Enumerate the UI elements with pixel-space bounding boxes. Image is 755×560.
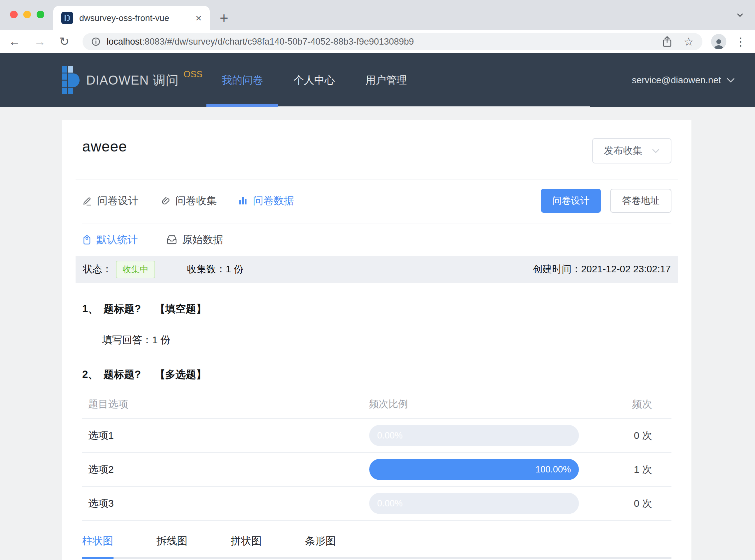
survey-title: aweee — [82, 138, 127, 155]
tab-close-icon[interactable]: × — [196, 12, 202, 24]
brand-logo[interactable]: DIAOWEN 调问 OSS — [62, 53, 206, 107]
tab-search-chevron-icon[interactable] — [734, 10, 746, 20]
tab-label: 问卷设计 — [97, 194, 139, 208]
chart-tab-hbar[interactable]: 条形图 — [305, 534, 336, 548]
header-count: 频次 — [579, 398, 671, 411]
window-controls — [10, 11, 44, 18]
window-close-button[interactable] — [10, 11, 18, 18]
progress-bar: 100.00% — [369, 459, 579, 480]
page-background: aweee 发布收集 问卷设计 问卷收集 — [0, 107, 755, 560]
window-zoom-button[interactable] — [37, 11, 44, 18]
tab-title: dwsurvey-oss-front-vue — [79, 13, 191, 23]
tab-survey-collect[interactable]: 问卷收集 — [160, 194, 217, 208]
data-subtabs: 默认统计 原始数据 — [82, 223, 671, 256]
action-buttons: 问卷设计 答卷地址 — [541, 189, 671, 213]
progress-bar: 0.00% — [369, 493, 579, 514]
menu-item-personal-center[interactable]: 个人中心 — [278, 53, 350, 107]
question-title: 题标题? — [104, 303, 141, 315]
menu-item-user-management[interactable]: 用户管理 — [350, 53, 422, 107]
favicon-icon — [61, 12, 73, 24]
tab-label: 问卷数据 — [253, 194, 294, 208]
window-minimize-button[interactable] — [23, 11, 31, 18]
brand-name: DIAOWEN 调问 — [86, 72, 179, 89]
bookmark-star-icon[interactable]: ☆ — [684, 36, 694, 47]
person-icon — [713, 38, 725, 49]
account-dropdown[interactable]: service@diaowen.net — [632, 53, 735, 107]
subtab-default-stats[interactable]: 默认统计 — [82, 233, 138, 247]
address-bar[interactable]: localhost:8083/#/dw/survey/d/chart/c98fa… — [83, 33, 702, 50]
browser-menu-icon[interactable]: ⋮ — [735, 36, 746, 47]
collect-count-value: 1 份 — [226, 264, 243, 274]
answer-label: 填写回答： — [102, 334, 152, 345]
chart-tabs-active-indicator — [82, 557, 114, 559]
chart-tab-line[interactable]: 拆线图 — [157, 534, 187, 548]
question-2-heading: 2、题标题?【多选题】 — [82, 367, 671, 382]
publish-select-value: 发布收集 — [604, 144, 642, 158]
survey-card: aweee 发布收集 问卷设计 问卷收集 — [62, 120, 691, 560]
design-button[interactable]: 问卷设计 — [541, 189, 601, 213]
option-label: 选项3 — [82, 497, 369, 511]
app-navbar: DIAOWEN 调问 OSS 我的问卷 个人中心 用户管理 service@di… — [0, 53, 755, 107]
chart-type-tabs: 柱状图 拆线图 拼状图 条形图 — [82, 534, 671, 559]
url-host: localhost — [106, 37, 142, 47]
browser-toolbar: ← → ↻ localhost:8083/#/dw/survey/d/chart… — [0, 30, 755, 53]
browser-tab-strip: dwsurvey-oss-front-vue × + — [0, 0, 755, 30]
chart-tabs-track — [82, 557, 671, 559]
frequency-table: 题目选项 频次比例 频次 选项1 0.00% 0 次 选项2 100.00% 1… — [82, 390, 671, 521]
share-icon[interactable] — [662, 35, 672, 48]
status-label: 状态： — [83, 263, 112, 276]
inbox-icon — [166, 235, 177, 245]
chevron-down-icon — [652, 148, 660, 154]
reload-icon[interactable]: ↻ — [59, 36, 69, 47]
site-info-icon[interactable] — [91, 37, 101, 46]
progress-bar: 0.00% — [369, 425, 579, 446]
survey-nav-tabs: 问卷设计 问卷收集 问卷数据 问卷设计 答卷地址 — [82, 179, 671, 223]
collect-count: 收集数：1 份 — [187, 263, 243, 276]
url-text[interactable]: localhost:8083/#/dw/survey/d/chart/c98fa… — [106, 37, 661, 47]
table-header-row: 题目选项 频次比例 频次 — [82, 390, 671, 419]
header-option: 题目选项 — [82, 398, 369, 411]
answer-value: 1 份 — [152, 334, 170, 345]
back-icon[interactable]: ← — [9, 36, 21, 47]
menu-item-my-surveys[interactable]: 我的问卷 — [206, 53, 278, 107]
status-bar: 状态： 收集中 收集数：1 份 创建时间：2021-12-02 23:02:17 — [76, 256, 678, 283]
account-email: service@diaowen.net — [632, 75, 721, 85]
status-badge: 收集中 — [116, 261, 155, 278]
table-row: 选项1 0.00% 0 次 — [82, 419, 671, 453]
question-type: 【多选题】 — [155, 368, 206, 380]
question-1-heading: 1、题标题?【填空题】 — [82, 302, 671, 316]
question-title: 题标题? — [104, 368, 141, 380]
subtab-raw-data[interactable]: 原始数据 — [166, 233, 223, 247]
progress-label: 0.00% — [377, 498, 403, 509]
created-time: 创建时间：2021-12-02 23:02:17 — [533, 263, 671, 276]
progress-label: 0.00% — [377, 431, 403, 441]
profile-avatar[interactable] — [711, 34, 727, 49]
question-index: 1、 — [82, 303, 98, 315]
publish-select[interactable]: 发布收集 — [592, 138, 671, 163]
question-index: 2、 — [82, 368, 98, 380]
chart-tab-pie[interactable]: 拼状图 — [231, 534, 262, 548]
count-value: 0 次 — [579, 497, 671, 511]
main-menu: 我的问卷 个人中心 用户管理 — [206, 53, 590, 107]
subtab-label: 默认统计 — [97, 233, 138, 247]
pencil-icon — [82, 196, 92, 206]
tab-survey-data[interactable]: 问卷数据 — [238, 194, 294, 208]
brand-oss-tag: OSS — [183, 69, 202, 80]
bar-chart-icon — [238, 196, 248, 206]
question-type: 【填空题】 — [155, 303, 206, 315]
chart-tab-bar[interactable]: 柱状图 — [82, 534, 113, 548]
created-time-value: 2021-12-02 23:02:17 — [581, 264, 671, 274]
question-1-answer: 填写回答：1 份 — [102, 333, 671, 347]
forward-icon[interactable]: → — [34, 36, 46, 47]
tab-survey-design[interactable]: 问卷设计 — [82, 194, 139, 208]
title-row: aweee 发布收集 — [82, 120, 671, 163]
count-value: 0 次 — [579, 429, 671, 442]
browser-tab[interactable]: dwsurvey-oss-front-vue × — [53, 6, 210, 30]
count-value: 1 次 — [579, 463, 671, 476]
diaowen-logo-icon — [62, 66, 80, 94]
option-label: 选项2 — [82, 463, 369, 476]
new-tab-button[interactable]: + — [220, 11, 228, 25]
created-time-label: 创建时间： — [533, 264, 581, 274]
tab-label: 问卷收集 — [176, 194, 217, 208]
answer-url-button[interactable]: 答卷地址 — [610, 189, 671, 213]
